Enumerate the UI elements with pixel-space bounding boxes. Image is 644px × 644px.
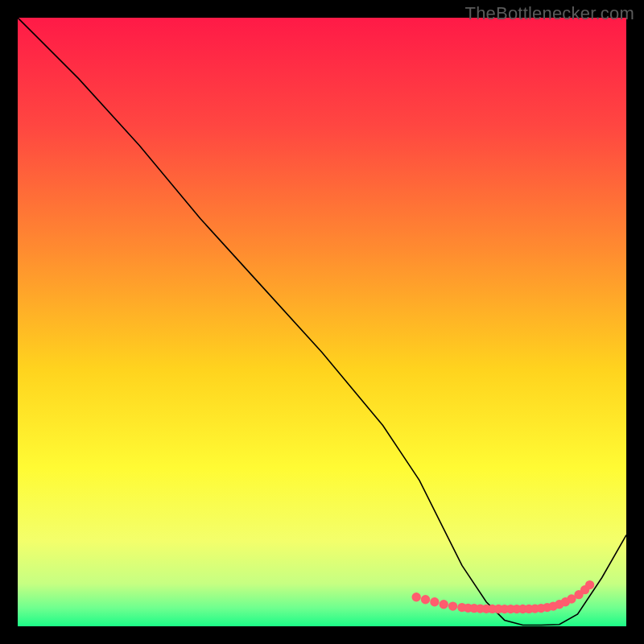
highlight-dot [585, 580, 594, 589]
gradient-background [18, 18, 626, 626]
chart-svg [18, 18, 626, 626]
highlight-dot [421, 595, 430, 604]
watermark-text: TheBottlenecker.com [465, 3, 634, 24]
highlight-dot [448, 601, 457, 610]
highlight-dot [412, 592, 421, 601]
highlight-dot [440, 600, 448, 609]
chart-container: TheBottlenecker.com [0, 0, 644, 644]
plot-area [18, 18, 626, 626]
highlight-dot [430, 597, 439, 606]
